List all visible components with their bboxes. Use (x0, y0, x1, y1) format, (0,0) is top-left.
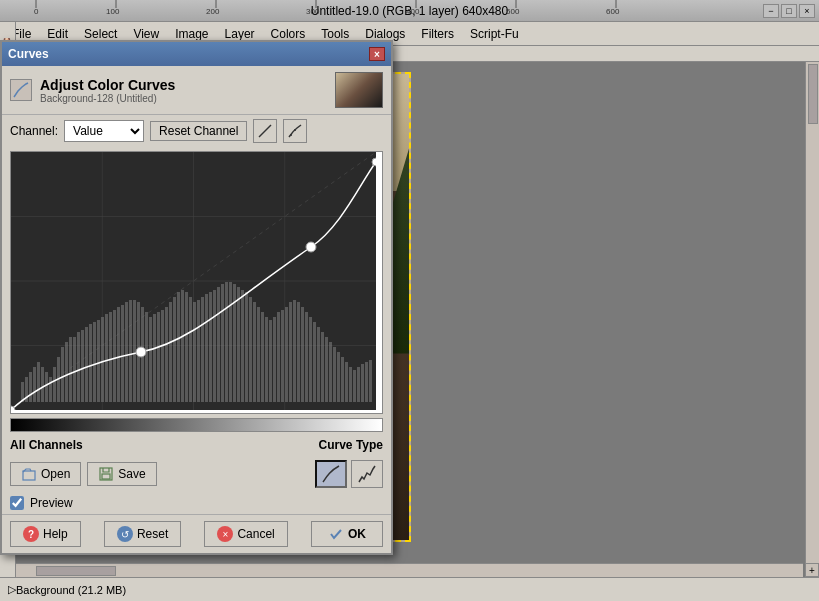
svg-rect-44 (65, 342, 68, 402)
svg-rect-51 (93, 322, 96, 402)
svg-rect-87 (237, 287, 240, 402)
curves-graph[interactable] (11, 152, 376, 410)
svg-rect-94 (265, 317, 268, 402)
svg-rect-118 (361, 364, 364, 402)
svg-rect-117 (357, 367, 360, 402)
reset-button[interactable]: ↺ Reset (104, 521, 181, 547)
gradient-bar (10, 418, 383, 432)
preview-checkbox[interactable] (10, 496, 24, 510)
svg-rect-65 (149, 317, 152, 402)
svg-rect-61 (133, 300, 136, 402)
svg-rect-43 (61, 347, 64, 402)
curve-type-buttons (315, 460, 383, 488)
svg-rect-74 (185, 292, 188, 402)
svg-rect-108 (321, 332, 324, 402)
svg-rect-38 (41, 367, 44, 402)
svg-rect-96 (273, 317, 276, 402)
help-icon: ? (23, 526, 39, 542)
smooth-curve-button[interactable] (315, 460, 347, 488)
svg-rect-91 (253, 302, 256, 402)
svg-rect-59 (125, 302, 128, 402)
svg-rect-56 (113, 310, 116, 402)
cancel-icon: × (217, 526, 233, 542)
svg-rect-41 (53, 367, 56, 402)
reset-channel-button[interactable]: Reset Channel (150, 121, 247, 141)
svg-rect-101 (293, 300, 296, 402)
svg-rect-69 (165, 307, 168, 402)
svg-rect-68 (161, 310, 164, 402)
curves-dialog: Curves × Adjust Color Curves Background-… (0, 40, 393, 555)
svg-rect-36 (33, 367, 36, 402)
svg-rect-73 (181, 290, 184, 402)
svg-rect-40 (49, 377, 52, 402)
open-button[interactable]: Open (10, 462, 81, 486)
svg-point-23 (290, 134, 292, 136)
ok-button[interactable]: OK (311, 521, 383, 547)
svg-rect-77 (197, 300, 200, 402)
svg-rect-103 (301, 307, 304, 402)
status-bar: ▷ Background (21.2 MB) (0, 577, 819, 601)
curves-graph-container[interactable] (10, 151, 383, 414)
curves-close-button[interactable]: × (369, 47, 385, 61)
svg-rect-97 (277, 312, 280, 402)
svg-rect-37 (37, 362, 40, 402)
svg-rect-52 (97, 320, 100, 402)
svg-rect-116 (353, 370, 356, 402)
cancel-button[interactable]: × Cancel (204, 521, 287, 547)
scrollbar-thumb-v[interactable] (808, 64, 818, 124)
save-button[interactable]: Save (87, 462, 156, 486)
curves-titlebar: Curves × (2, 42, 391, 66)
svg-rect-58 (121, 305, 124, 402)
linear-curve-icon[interactable] (253, 119, 277, 143)
scrollbar-vertical[interactable] (805, 62, 819, 563)
curves-dialog-title: Curves (8, 47, 49, 61)
svg-rect-46 (73, 337, 76, 402)
svg-rect-82 (217, 287, 220, 402)
save-icon (98, 466, 114, 482)
svg-rect-119 (365, 362, 368, 402)
svg-rect-76 (193, 302, 196, 402)
curves-dialog-icon (10, 79, 32, 101)
svg-rect-125 (23, 471, 35, 480)
svg-rect-102 (297, 302, 300, 402)
all-channels-label: All Channels (10, 438, 83, 452)
svg-rect-54 (105, 314, 108, 402)
open-icon (21, 466, 37, 482)
svg-rect-111 (333, 347, 336, 402)
scrollbar-horizontal[interactable] (16, 563, 803, 577)
svg-rect-39 (45, 372, 48, 402)
svg-rect-106 (313, 322, 316, 402)
svg-rect-99 (285, 307, 288, 402)
freehand-curve-button[interactable] (351, 460, 383, 488)
channel-label: Channel: (10, 124, 58, 138)
svg-rect-64 (145, 312, 148, 402)
svg-rect-79 (205, 294, 208, 402)
svg-rect-66 (153, 314, 156, 402)
svg-rect-120 (369, 360, 372, 402)
svg-rect-92 (257, 307, 260, 402)
curves-preview-thumbnail (335, 72, 383, 108)
svg-rect-35 (29, 372, 32, 402)
svg-rect-100 (289, 302, 292, 402)
svg-rect-53 (101, 317, 104, 402)
svg-point-124 (372, 158, 376, 166)
svg-rect-104 (305, 312, 308, 402)
help-button[interactable]: ? Help (10, 521, 81, 547)
svg-rect-81 (213, 290, 216, 402)
preview-label: Preview (30, 496, 73, 510)
menu-script-fu[interactable]: Script-Fu (462, 25, 527, 43)
svg-rect-80 (209, 292, 212, 402)
curve-options-row: All Channels Curve Type (2, 434, 391, 456)
menu-filters[interactable]: Filters (413, 25, 462, 43)
svg-rect-57 (117, 307, 120, 402)
svg-rect-45 (69, 337, 72, 402)
curves-header: Adjust Color Curves Background-128 (Unti… (2, 66, 391, 115)
scrollbar-thumb-h[interactable] (36, 566, 116, 576)
svg-rect-95 (269, 320, 272, 402)
svg-rect-71 (173, 297, 176, 402)
freehand-curve-icon[interactable] (283, 119, 307, 143)
preview-row: Preview (2, 492, 391, 514)
svg-rect-70 (169, 302, 172, 402)
channel-select[interactable]: Value Red Green Blue Alpha (64, 120, 144, 142)
svg-rect-98 (281, 310, 284, 402)
